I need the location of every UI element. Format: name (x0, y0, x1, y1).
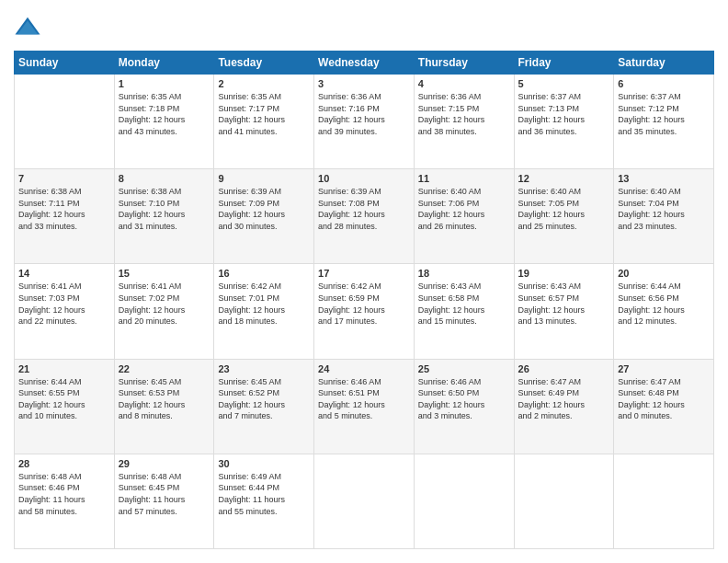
calendar-cell: 18Sunrise: 6:43 AM Sunset: 6:58 PM Dayli… (414, 264, 514, 359)
calendar-body: 1Sunrise: 6:35 AM Sunset: 7:18 PM Daylig… (15, 75, 714, 549)
calendar-cell: 6Sunrise: 6:37 AM Sunset: 7:12 PM Daylig… (614, 75, 714, 169)
day-info: Sunrise: 6:40 AM Sunset: 7:06 PM Dayligh… (418, 186, 510, 232)
calendar-cell: 24Sunrise: 6:46 AM Sunset: 6:51 PM Dayli… (314, 359, 415, 454)
calendar-cell: 9Sunrise: 6:39 AM Sunset: 7:09 PM Daylig… (214, 169, 314, 264)
day-number: 1 (119, 78, 210, 89)
day-info: Sunrise: 6:40 AM Sunset: 7:04 PM Dayligh… (618, 186, 710, 232)
calendar-cell: 21Sunrise: 6:44 AM Sunset: 6:55 PM Dayli… (15, 359, 115, 454)
calendar-cell: 11Sunrise: 6:40 AM Sunset: 7:06 PM Dayli… (414, 169, 514, 264)
calendar-cell: 30Sunrise: 6:49 AM Sunset: 6:44 PM Dayli… (214, 454, 314, 548)
calendar-cell: 5Sunrise: 6:37 AM Sunset: 7:13 PM Daylig… (514, 75, 614, 169)
day-info: Sunrise: 6:43 AM Sunset: 6:58 PM Dayligh… (418, 281, 510, 327)
weekday-row: SundayMondayTuesdayWednesdayThursdayFrid… (15, 52, 714, 75)
weekday-header-tuesday: Tuesday (214, 52, 314, 75)
day-number: 28 (18, 458, 110, 469)
week-row-3: 14Sunrise: 6:41 AM Sunset: 7:03 PM Dayli… (15, 264, 714, 359)
day-number: 9 (218, 173, 310, 184)
day-number: 16 (218, 268, 310, 279)
day-info: Sunrise: 6:38 AM Sunset: 7:11 PM Dayligh… (18, 186, 110, 232)
day-number: 5 (518, 78, 610, 89)
calendar-cell: 15Sunrise: 6:41 AM Sunset: 7:02 PM Dayli… (114, 264, 214, 359)
day-info: Sunrise: 6:47 AM Sunset: 6:48 PM Dayligh… (618, 376, 710, 422)
day-info: Sunrise: 6:37 AM Sunset: 7:13 PM Dayligh… (518, 91, 610, 137)
day-info: Sunrise: 6:38 AM Sunset: 7:10 PM Dayligh… (119, 186, 210, 232)
day-number: 8 (119, 173, 210, 184)
calendar-cell: 17Sunrise: 6:42 AM Sunset: 6:59 PM Dayli… (314, 264, 415, 359)
calendar-cell: 16Sunrise: 6:42 AM Sunset: 7:01 PM Dayli… (214, 264, 314, 359)
day-number: 25 (418, 363, 510, 374)
day-number: 17 (318, 268, 410, 279)
day-number: 15 (119, 268, 210, 279)
day-number: 22 (119, 363, 210, 374)
day-number: 14 (18, 268, 110, 279)
day-number: 12 (518, 173, 610, 184)
week-row-4: 21Sunrise: 6:44 AM Sunset: 6:55 PM Dayli… (15, 359, 714, 454)
calendar-cell: 27Sunrise: 6:47 AM Sunset: 6:48 PM Dayli… (614, 359, 714, 454)
logo (14, 14, 45, 41)
calendar-cell: 1Sunrise: 6:35 AM Sunset: 7:18 PM Daylig… (114, 75, 214, 169)
weekday-header-monday: Monday (114, 52, 214, 75)
week-row-5: 28Sunrise: 6:48 AM Sunset: 6:46 PM Dayli… (15, 454, 714, 548)
calendar-cell: 29Sunrise: 6:48 AM Sunset: 6:45 PM Dayli… (114, 454, 214, 548)
calendar-cell: 3Sunrise: 6:36 AM Sunset: 7:16 PM Daylig… (314, 75, 415, 169)
weekday-header-sunday: Sunday (15, 52, 115, 75)
calendar-cell (514, 454, 614, 548)
day-info: Sunrise: 6:46 AM Sunset: 6:50 PM Dayligh… (418, 376, 510, 422)
day-number: 19 (518, 268, 610, 279)
calendar-cell: 12Sunrise: 6:40 AM Sunset: 7:05 PM Dayli… (514, 169, 614, 264)
calendar-cell: 7Sunrise: 6:38 AM Sunset: 7:11 PM Daylig… (15, 169, 115, 264)
day-number: 4 (418, 78, 510, 89)
day-info: Sunrise: 6:47 AM Sunset: 6:49 PM Dayligh… (518, 376, 610, 422)
calendar-cell: 19Sunrise: 6:43 AM Sunset: 6:57 PM Dayli… (514, 264, 614, 359)
calendar-cell (414, 454, 514, 548)
calendar-cell: 2Sunrise: 6:35 AM Sunset: 7:17 PM Daylig… (214, 75, 314, 169)
week-row-2: 7Sunrise: 6:38 AM Sunset: 7:11 PM Daylig… (15, 169, 714, 264)
weekday-header-saturday: Saturday (614, 52, 714, 75)
day-info: Sunrise: 6:43 AM Sunset: 6:57 PM Dayligh… (518, 281, 610, 327)
day-number: 10 (318, 173, 410, 184)
day-info: Sunrise: 6:44 AM Sunset: 6:56 PM Dayligh… (618, 281, 710, 327)
logo-icon (14, 14, 41, 41)
calendar-cell: 8Sunrise: 6:38 AM Sunset: 7:10 PM Daylig… (114, 169, 214, 264)
calendar-cell (614, 454, 714, 548)
calendar-cell: 10Sunrise: 6:39 AM Sunset: 7:08 PM Dayli… (314, 169, 415, 264)
day-number: 24 (318, 363, 410, 374)
day-info: Sunrise: 6:36 AM Sunset: 7:16 PM Dayligh… (318, 91, 410, 137)
calendar-cell: 14Sunrise: 6:41 AM Sunset: 7:03 PM Dayli… (15, 264, 115, 359)
calendar-cell: 4Sunrise: 6:36 AM Sunset: 7:15 PM Daylig… (414, 75, 514, 169)
day-info: Sunrise: 6:45 AM Sunset: 6:52 PM Dayligh… (218, 376, 310, 422)
day-info: Sunrise: 6:46 AM Sunset: 6:51 PM Dayligh… (318, 376, 410, 422)
day-info: Sunrise: 6:44 AM Sunset: 6:55 PM Dayligh… (18, 376, 110, 422)
day-number: 21 (18, 363, 110, 374)
day-info: Sunrise: 6:35 AM Sunset: 7:18 PM Dayligh… (119, 91, 210, 137)
calendar-cell (15, 75, 115, 169)
day-number: 18 (418, 268, 510, 279)
weekday-header-thursday: Thursday (414, 52, 514, 75)
calendar-cell: 23Sunrise: 6:45 AM Sunset: 6:52 PM Dayli… (214, 359, 314, 454)
day-number: 20 (618, 268, 710, 279)
page: SundayMondayTuesdayWednesdayThursdayFrid… (0, 0, 728, 563)
day-info: Sunrise: 6:42 AM Sunset: 7:01 PM Dayligh… (218, 281, 310, 327)
day-info: Sunrise: 6:36 AM Sunset: 7:15 PM Dayligh… (418, 91, 510, 137)
day-number: 29 (119, 458, 210, 469)
day-info: Sunrise: 6:37 AM Sunset: 7:12 PM Dayligh… (618, 91, 710, 137)
day-info: Sunrise: 6:40 AM Sunset: 7:05 PM Dayligh… (518, 186, 610, 232)
day-info: Sunrise: 6:35 AM Sunset: 7:17 PM Dayligh… (218, 91, 310, 137)
day-number: 2 (218, 78, 310, 89)
day-info: Sunrise: 6:41 AM Sunset: 7:02 PM Dayligh… (119, 281, 210, 327)
day-info: Sunrise: 6:42 AM Sunset: 6:59 PM Dayligh… (318, 281, 410, 327)
weekday-header-friday: Friday (514, 52, 614, 75)
day-number: 27 (618, 363, 710, 374)
day-number: 26 (518, 363, 610, 374)
day-number: 7 (18, 173, 110, 184)
calendar-table: SundayMondayTuesdayWednesdayThursdayFrid… (14, 51, 714, 549)
day-info: Sunrise: 6:49 AM Sunset: 6:44 PM Dayligh… (218, 471, 310, 517)
weekday-header-wednesday: Wednesday (314, 52, 415, 75)
calendar-cell: 25Sunrise: 6:46 AM Sunset: 6:50 PM Dayli… (414, 359, 514, 454)
day-info: Sunrise: 6:48 AM Sunset: 6:45 PM Dayligh… (119, 471, 210, 517)
day-number: 23 (218, 363, 310, 374)
header (14, 14, 714, 41)
calendar-cell: 22Sunrise: 6:45 AM Sunset: 6:53 PM Dayli… (114, 359, 214, 454)
day-info: Sunrise: 6:39 AM Sunset: 7:09 PM Dayligh… (218, 186, 310, 232)
calendar-cell: 20Sunrise: 6:44 AM Sunset: 6:56 PM Dayli… (614, 264, 714, 359)
